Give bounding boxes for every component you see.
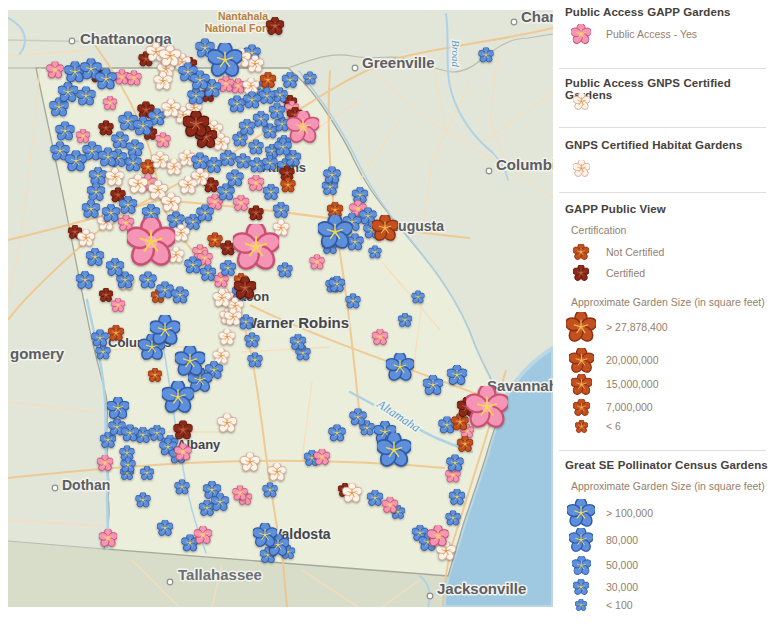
gapp-gardens-map-app: ChattanoogaCharloGreenvilleColumbiaNanta… xyxy=(0,0,774,624)
map-label: Nantahala xyxy=(218,10,268,22)
legend-item-label: > 27,878,400 xyxy=(606,321,668,333)
map-label: Tallahassee xyxy=(178,566,262,583)
legend-item: < 100 xyxy=(566,590,633,620)
pink-flower-icon xyxy=(566,24,596,44)
legend-item-label: 15,000,000 xyxy=(606,378,659,390)
map-label: Charlo xyxy=(521,10,553,25)
legend-item: > 27,878,400 xyxy=(566,312,668,342)
white-flower-icon xyxy=(566,160,596,177)
orange-flower-icon xyxy=(566,312,596,342)
legend-item-label: Public Access - Yes xyxy=(606,28,697,40)
legend-item-label: > 100,000 xyxy=(606,507,653,519)
legend-item-label: 20,000,000 xyxy=(606,354,659,366)
legend-section-title: GNPS Certified Habitat Gardens xyxy=(565,139,770,151)
city-dot xyxy=(511,19,517,25)
legend-item-label: 80,000 xyxy=(606,534,638,546)
map-label: Broad xyxy=(450,40,462,68)
legend-subheading: Certification xyxy=(571,224,771,236)
legend-subheading: Approximate Garden Size (in square feet) xyxy=(571,296,771,308)
legend-separator xyxy=(559,127,766,128)
legend-item: < 6 xyxy=(566,411,621,441)
map[interactable]: ChattanoogaCharloGreenvilleColumbiaNanta… xyxy=(8,10,553,607)
legend-separator xyxy=(559,68,766,69)
blue-flower-icon xyxy=(566,599,596,611)
map-label: Greenville xyxy=(362,54,435,71)
city-dot xyxy=(167,579,173,585)
blue-flower-icon xyxy=(566,528,596,552)
legend-section-title: Public Access GAPP Gardens xyxy=(565,6,770,18)
legend-separator xyxy=(559,192,766,193)
legend-subheading: Approximate Garden Size (in square feet) xyxy=(571,480,771,492)
legend-item: Public Access - Yes xyxy=(566,19,697,49)
legend-item-label: Not Certified xyxy=(606,246,664,258)
map-canvas[interactable]: ChattanoogaCharloGreenvilleColumbiaNanta… xyxy=(8,10,553,607)
legend-item-label: Certified xyxy=(606,267,645,279)
legend-item-label: < 6 xyxy=(606,420,621,432)
orange-flower-icon xyxy=(566,420,596,433)
city-dot xyxy=(352,65,358,71)
white-flower-icon xyxy=(566,93,596,110)
legend-separator xyxy=(559,450,766,451)
map-label: Warner Robins xyxy=(243,314,349,331)
legend-item: > 100,000 xyxy=(566,498,653,528)
legend-panel: Public Access GAPP GardensPublic Access … xyxy=(553,0,774,624)
map-label: Dothan xyxy=(62,477,110,493)
city-dot xyxy=(486,168,492,174)
map-label: Savannah xyxy=(487,377,553,394)
legend-section-title: Great SE Pollinator Census Gardens xyxy=(565,459,770,471)
darkred-flower-icon xyxy=(566,265,596,281)
legend-item-label: 50,000 xyxy=(606,559,638,571)
legend-item-label: < 100 xyxy=(606,599,633,611)
blue-flower-icon xyxy=(566,499,596,527)
map-label: Columbia xyxy=(496,156,553,173)
city-dot xyxy=(52,485,58,491)
legend-item xyxy=(566,86,596,116)
city-dot xyxy=(69,38,75,44)
map-label: gomery xyxy=(10,345,65,362)
legend-item: Certified xyxy=(566,258,645,288)
legend-item xyxy=(566,153,596,183)
map-label: Jacksonville xyxy=(437,580,526,597)
legend-section-title: GAPP Public View xyxy=(565,203,770,215)
city-dot xyxy=(427,593,433,599)
